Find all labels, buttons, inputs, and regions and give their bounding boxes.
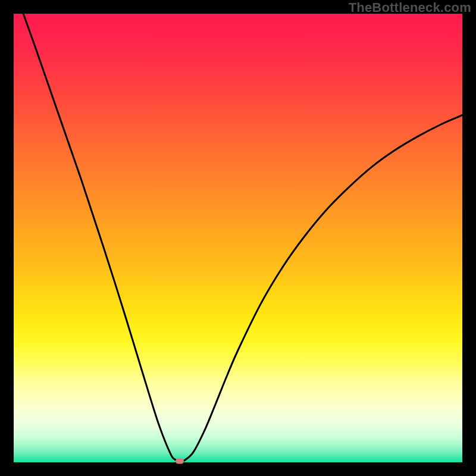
optimal-point-marker	[176, 459, 184, 464]
chart-frame	[14, 14, 462, 462]
bottleneck-curve	[14, 14, 462, 462]
